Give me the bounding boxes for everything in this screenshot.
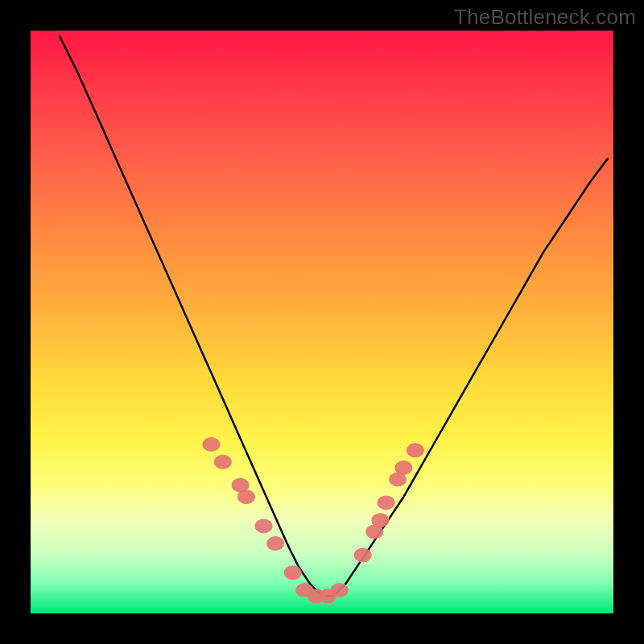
chart-frame: TheBottleneck.com	[0, 0, 644, 644]
highlight-marker	[331, 583, 349, 597]
highlight-marker	[266, 536, 284, 551]
plot-gradient-area	[31, 31, 613, 613]
highlight-marker	[371, 513, 389, 527]
highlight-marker	[202, 437, 220, 452]
bottleneck-curve	[60, 36, 608, 596]
highlight-marker	[237, 489, 255, 504]
highlight-marker	[394, 460, 412, 475]
curve-layer	[60, 36, 608, 596]
highlight-marker	[214, 455, 232, 469]
marker-layer	[202, 437, 423, 603]
curve-svg	[31, 31, 613, 613]
highlight-marker	[378, 495, 395, 510]
highlight-marker	[255, 518, 273, 533]
highlight-marker	[354, 548, 372, 563]
highlight-marker	[407, 443, 424, 457]
watermark-text: TheBottleneck.com	[454, 5, 636, 30]
highlight-marker	[284, 565, 302, 580]
